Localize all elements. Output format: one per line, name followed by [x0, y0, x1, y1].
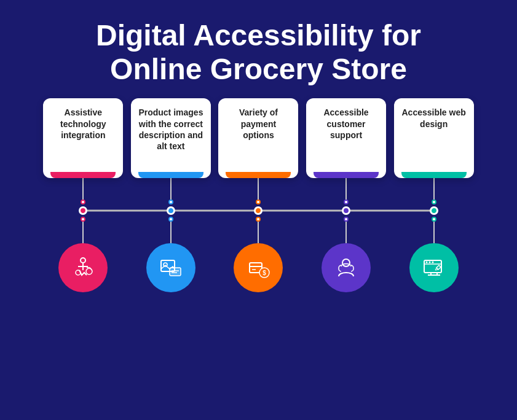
- dot-bottom-1: [81, 217, 85, 222]
- product-image-icon: [157, 254, 184, 281]
- connector-bottom-3: [218, 217, 299, 243]
- dot-top-3: [256, 200, 261, 204]
- col-web-design: Accessible web design: [393, 98, 475, 178]
- connector-top-3: [218, 178, 299, 204]
- svg-rect-5: [170, 268, 181, 276]
- card-customer-support-text: Accessible customer support: [314, 107, 379, 166]
- dot-top-1: [81, 200, 85, 204]
- card-payment-text: Variety of payment options: [226, 107, 291, 166]
- timeline-dots-row: [42, 206, 475, 215]
- svg-point-17: [428, 262, 430, 263]
- col-product-images: Product images with the correct descript…: [130, 98, 212, 178]
- connector-top-4: [306, 178, 387, 204]
- line-bottom-3: [258, 222, 259, 243]
- line-top-4: [345, 178, 347, 200]
- svg-point-16: [425, 262, 427, 263]
- top-connectors: [42, 178, 475, 204]
- icon-support: [322, 243, 371, 292]
- web-design-icon: [420, 254, 448, 281]
- card-web-design: Accessible web design: [394, 98, 474, 178]
- card-payment-bar: [226, 172, 291, 178]
- line-top-1: [82, 178, 84, 200]
- card-assistive-bar: [50, 172, 116, 178]
- connector-bottom-4: [306, 217, 387, 243]
- card-product-images-bar: [138, 172, 203, 178]
- dot-top-5: [432, 200, 436, 204]
- line-top-2: [170, 178, 172, 200]
- line-bottom-2: [170, 222, 172, 243]
- card-customer-support-bar: [314, 172, 379, 178]
- svg-text:$: $: [263, 270, 267, 276]
- timeline-dot-4: [342, 206, 350, 215]
- card-product-images-text: Product images with the correct descript…: [138, 107, 203, 166]
- dot-bottom-5: [432, 217, 436, 222]
- card-payment: Variety of payment options: [218, 98, 298, 178]
- icon-assistive: [58, 243, 108, 292]
- assistive-technology-icon: [69, 254, 97, 281]
- card-customer-support: Accessible customer support: [306, 98, 386, 178]
- line-top-3: [258, 178, 259, 200]
- connector-bottom-5: [393, 217, 475, 243]
- connector-top-5: [393, 178, 475, 204]
- icon-web: [409, 243, 459, 292]
- card-assistive: Assistive technology integration: [43, 98, 123, 178]
- timeline-line-wrapper: [42, 204, 475, 217]
- timeline-container: Assistive technology integration Product…: [42, 98, 475, 292]
- timeline-section: Assistive technology integration Product…: [0, 98, 517, 292]
- icon-payment: $: [234, 243, 283, 292]
- col-icon-payment: $: [218, 243, 299, 292]
- customer-support-icon: [333, 254, 360, 281]
- connector-top-2: [130, 178, 212, 204]
- col-customer-support: Accessible customer support: [306, 98, 387, 178]
- card-web-design-text: Accessible web design: [401, 107, 467, 166]
- timeline-dot-1: [79, 206, 87, 215]
- timeline-dot-2: [167, 206, 175, 215]
- bottom-connectors: [42, 217, 475, 243]
- title-line1: Digital Accessibility for: [96, 19, 421, 52]
- cards-row: Assistive technology integration Product…: [42, 98, 475, 178]
- col-icon-support: [306, 243, 387, 292]
- dot-bottom-4: [344, 217, 349, 222]
- connector-bottom-1: [42, 217, 124, 243]
- card-product-images: Product images with the correct descript…: [131, 98, 211, 178]
- line-bottom-5: [433, 222, 435, 243]
- line-bottom-1: [82, 222, 84, 243]
- title-section: Digital Accessibility for Online Grocery…: [59, 0, 458, 98]
- col-payment: Variety of payment options: [218, 98, 299, 178]
- icon-product: [146, 243, 195, 292]
- svg-point-0: [81, 258, 85, 263]
- svg-point-18: [432, 262, 433, 263]
- card-assistive-text: Assistive technology integration: [50, 107, 116, 166]
- dot-bottom-3: [256, 217, 261, 222]
- timeline-dot-5: [430, 206, 438, 215]
- title-line2: Online Grocery Store: [110, 53, 407, 85]
- dot-top-4: [344, 200, 349, 204]
- dot-bottom-2: [168, 217, 173, 222]
- dot-top-2: [168, 200, 173, 204]
- col-icon-product: [130, 243, 212, 292]
- payment-icon: $: [245, 254, 272, 281]
- card-web-design-bar: [401, 172, 467, 178]
- svg-point-2: [76, 270, 81, 275]
- col-icon-web: [393, 243, 475, 292]
- col-icon-assistive: [42, 243, 124, 292]
- icon-circles-row: $: [42, 243, 475, 292]
- line-top-5: [433, 178, 435, 200]
- timeline-dot-3: [254, 206, 262, 215]
- col-assistive: Assistive technology integration: [42, 98, 124, 178]
- line-bottom-4: [345, 222, 347, 243]
- connector-top-1: [42, 178, 124, 204]
- connector-bottom-2: [130, 217, 212, 243]
